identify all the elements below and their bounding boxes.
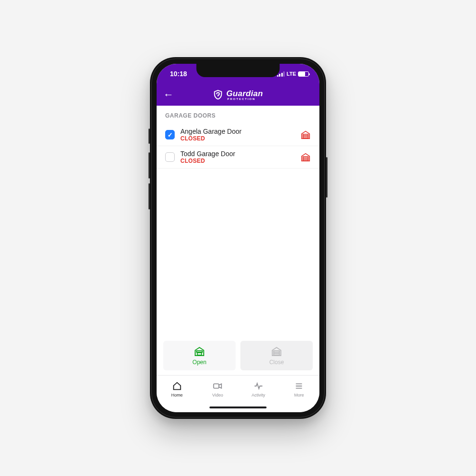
tab-activity[interactable]: Activity [238, 376, 279, 403]
tab-label: Home [171, 393, 183, 397]
door-name: Angela Garage Door [180, 128, 295, 135]
close-button[interactable]: Close [240, 341, 313, 370]
close-button-label: Close [269, 359, 284, 366]
video-icon [212, 381, 223, 391]
tab-home[interactable]: Home [157, 376, 198, 403]
door-info: Angela Garage Door CLOSED [180, 128, 295, 142]
brand-subtitle: PROTECTION [227, 98, 255, 100]
open-button-label: Open [192, 359, 206, 366]
action-bar: Open Close [157, 341, 319, 375]
back-button[interactable]: ← [163, 89, 174, 100]
tab-label: More [294, 393, 304, 397]
garage-closed-icon [300, 152, 311, 162]
screen: 10:18 LTE ← Guardian PROTECTION [157, 64, 319, 412]
svg-rect-0 [303, 134, 308, 138]
battery-icon [298, 71, 309, 77]
tab-label: Activity [251, 393, 265, 397]
menu-icon [294, 381, 304, 391]
tab-label: Video [212, 393, 223, 397]
list-item[interactable]: Todd Garage Door CLOSED [157, 146, 319, 169]
tab-bar: Home Video Activity More [157, 375, 319, 403]
status-right: LTE [277, 71, 309, 77]
brand: Guardian PROTECTION [213, 89, 263, 100]
garage-closed-icon [271, 346, 282, 357]
phone-side-button [149, 183, 150, 209]
phone-side-button [149, 152, 150, 178]
home-indicator[interactable] [157, 403, 319, 412]
network-label: LTE [287, 71, 296, 77]
door-name: Todd Garage Door [180, 150, 295, 158]
tab-video[interactable]: Video [198, 376, 238, 403]
door-status: CLOSED [180, 135, 295, 142]
phone-frame: 10:18 LTE ← Guardian PROTECTION [150, 57, 326, 419]
svg-rect-8 [274, 351, 279, 355]
checkbox[interactable] [165, 152, 175, 162]
svg-rect-7 [198, 353, 202, 355]
activity-icon [253, 381, 264, 391]
open-button[interactable]: Open [163, 341, 236, 370]
door-status: CLOSED [180, 158, 295, 164]
brand-name: Guardian [226, 89, 263, 98]
shield-icon [213, 89, 223, 100]
home-icon [172, 381, 182, 391]
nav-header: ← Guardian PROTECTION [157, 84, 319, 106]
section-title: GARAGE DOORS [157, 106, 319, 124]
content[interactable]: GARAGE DOORS Angela Garage Door CLOSED T… [157, 106, 319, 341]
phone-side-button [326, 157, 327, 198]
status-time: 10:18 [170, 70, 187, 78]
svg-rect-3 [303, 157, 308, 160]
door-info: Todd Garage Door CLOSED [180, 150, 295, 164]
tab-more[interactable]: More [279, 376, 320, 403]
list-item[interactable]: Angela Garage Door CLOSED [157, 124, 319, 146]
svg-rect-6 [197, 351, 202, 352]
garage-closed-icon [300, 129, 311, 140]
phone-side-button [149, 129, 150, 144]
checkbox[interactable] [165, 130, 175, 139]
notch [197, 64, 280, 77]
svg-rect-11 [214, 384, 219, 388]
garage-open-icon [194, 346, 205, 357]
